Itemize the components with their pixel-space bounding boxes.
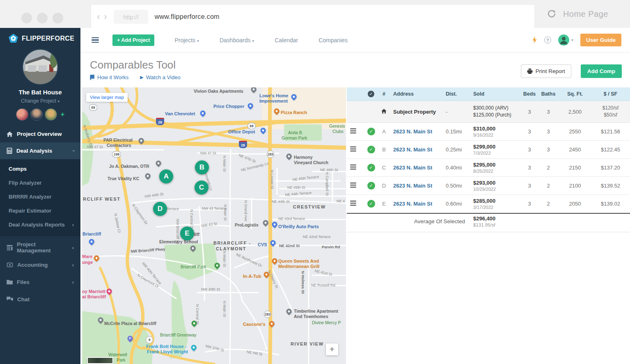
- comp-letter: C: [379, 165, 389, 171]
- refresh-icon[interactable]: [546, 9, 557, 19]
- comp-marker-e[interactable]: E: [180, 227, 194, 240]
- comp-address-link[interactable]: 2623 N. Main St: [389, 147, 443, 153]
- view-larger-map-button[interactable]: View larger map: [86, 93, 128, 102]
- sidebar-item-brrrr-analyzer[interactable]: BRRRR Analyzer: [0, 190, 80, 204]
- chevron-down-icon: ▾: [197, 39, 199, 43]
- printer-icon: [527, 69, 533, 74]
- sidebar-item-deal-analysis[interactable]: Deal Analysis ‹: [0, 142, 80, 159]
- col-sqft: Sq. Ft.: [559, 91, 591, 97]
- selected-check-icon[interactable]: ✓: [367, 128, 375, 135]
- average-row: Average Of Selected $296,400 $131.95/sf: [347, 213, 630, 232]
- map-label: N Main St: [222, 301, 227, 317]
- back-icon[interactable]: ‹: [97, 12, 100, 21]
- user-avatar[interactable]: ▾: [558, 34, 573, 46]
- team-avatar[interactable]: [45, 108, 57, 121]
- add-comp-button[interactable]: Add Comp: [581, 64, 622, 78]
- map-label: BRIARCLIFF -: [213, 240, 251, 245]
- drag-handle-icon[interactable]: [350, 163, 356, 171]
- comps-rows: ✓ A 2623 N. Main St 0.15mi $310,0009/16/…: [347, 123, 630, 213]
- sidebar-item-repair-estimator[interactable]: Repair Estimator: [0, 204, 80, 217]
- map-label: N Main St: [222, 156, 227, 172]
- window-dot-icon: [37, 13, 48, 23]
- url-bar[interactable]: ‹ › http:// www.flipperforce.com: [91, 5, 534, 29]
- change-project[interactable]: Change Project ▾: [0, 98, 80, 104]
- sidebar-item-project-management[interactable]: Project Management‹: [0, 239, 80, 256]
- comp-address-link[interactable]: 2623 N. Main St: [389, 201, 443, 207]
- topnav-item-companies[interactable]: Companies: [308, 37, 358, 43]
- sidebar-item-comps[interactable]: Comps: [0, 162, 80, 176]
- comp-psf: $139.52: [591, 183, 630, 189]
- chevron-down-icon: ‹: [70, 150, 76, 151]
- selected-check-icon[interactable]: ✓: [367, 164, 375, 172]
- user-guide-button[interactable]: User Guide: [580, 34, 621, 46]
- team-avatar[interactable]: [30, 108, 43, 121]
- drag-handle-icon[interactable]: [350, 145, 356, 153]
- topnav-menu-items: Projects ▾Dashboards ▾CalendarCompanies: [164, 37, 358, 43]
- map-label: Frank Lloyd Wright: [147, 349, 188, 354]
- map-label: NW 40th St: [201, 287, 220, 291]
- print-report-button[interactable]: Print Report: [521, 64, 571, 78]
- comp-marker-d[interactable]: D: [153, 202, 167, 216]
- topnav-item-calendar[interactable]: Calendar: [264, 37, 308, 43]
- subject-sold: $300,000 (ARV)$125,000 (Purch): [470, 105, 521, 119]
- subject-psf: $120/sf$50/sf: [591, 105, 630, 119]
- sidebar-item-project-overview[interactable]: Project Overview: [0, 126, 80, 142]
- add-project-button[interactable]: + Add Project: [112, 34, 154, 46]
- map-label: Improvement: [259, 98, 288, 103]
- team-avatar[interactable]: [16, 108, 28, 121]
- how-it-works-link[interactable]: How it Works: [90, 74, 128, 80]
- comp-marker-b[interactable]: B: [195, 160, 209, 174]
- map-label: unge: [82, 260, 93, 265]
- chevron-left-icon: ‹: [72, 245, 74, 251]
- comp-sold: $310,0009/16/2022: [470, 126, 521, 137]
- comp-address-link[interactable]: 2623 N. Main St: [389, 128, 443, 135]
- map-label: Anita B.: [288, 130, 303, 135]
- comp-marker-a[interactable]: A: [159, 169, 173, 183]
- url-text[interactable]: www.flipperforce.com: [155, 13, 220, 21]
- road-shield-icon: 29: [156, 118, 164, 125]
- project-photo[interactable]: [22, 49, 58, 85]
- add-team-member-button[interactable]: +: [61, 111, 64, 118]
- map-label: Clubs: [332, 129, 344, 134]
- selected-check-icon[interactable]: ✓: [367, 200, 375, 208]
- map-label: Mare: [82, 254, 93, 259]
- brand-logo[interactable]: FLIPPERFORCE: [0, 28, 80, 46]
- comps-map[interactable]: View larger map + Vivion Oaks Apartments…: [82, 87, 346, 364]
- map-zoom-in-button[interactable]: +: [326, 343, 338, 355]
- chevron-left-icon: ‹: [72, 279, 74, 285]
- topnav-item-projects[interactable]: Projects ▾: [164, 37, 209, 43]
- watch-video-link[interactable]: ▶ Watch a Video: [140, 74, 180, 80]
- map-label: Jo A. Oakman, OTR: [109, 164, 149, 169]
- browser-chrome: ‹ › http:// www.flipperforce.com Home Pa…: [0, 0, 630, 28]
- sidebar-item-files[interactable]: Files‹: [0, 273, 80, 291]
- comp-row-e: ✓ E 2623 N. Main St 0.60mi $285,0003/17/…: [347, 195, 630, 213]
- topnav-item-dashboards[interactable]: Dashboards ▾: [209, 37, 264, 43]
- forward-icon[interactable]: ›: [104, 12, 107, 21]
- satellite-toggle-thumbnail[interactable]: [87, 357, 113, 364]
- sidebar-item-chat[interactable]: Chat: [0, 291, 80, 308]
- comp-address-link[interactable]: 2623 N. Main St: [389, 183, 443, 189]
- comp-baths: 2: [538, 183, 559, 189]
- selected-check-icon[interactable]: ✓: [367, 182, 375, 190]
- hamburger-menu-icon[interactable]: [92, 36, 99, 44]
- home-page-link[interactable]: Home Page: [563, 9, 608, 19]
- comp-psf: $122.45: [591, 147, 630, 153]
- sidebar-item-deal-analysis-reports[interactable]: Deal Analysis Reports‹: [0, 217, 80, 231]
- comp-marker-c[interactable]: C: [195, 181, 208, 195]
- map-label: N Locust St: [270, 170, 274, 189]
- sidebar-item-flip-analyzer[interactable]: Flip Analyzer: [0, 176, 80, 190]
- drag-handle-icon[interactable]: [350, 127, 356, 135]
- map-label: Price Chopper: [213, 104, 244, 109]
- selected-check-icon[interactable]: ✓: [367, 146, 375, 153]
- sidebar-item-accounting[interactable]: Accounting‹: [0, 256, 80, 273]
- comp-address-link[interactable]: 2623 N. Main St: [389, 165, 443, 171]
- map-label: CVS: [258, 242, 267, 247]
- map-label: McCrite Plaza at Briarcliff: [104, 321, 156, 326]
- help-icon[interactable]: ?: [544, 37, 551, 43]
- drag-handle-icon[interactable]: [350, 199, 356, 207]
- drag-handle-icon[interactable]: [350, 181, 356, 189]
- comp-beds: 3: [521, 165, 538, 171]
- comp-sqft: 2100: [559, 183, 591, 189]
- lightning-icon[interactable]: [532, 37, 537, 43]
- calculator-icon: [7, 148, 12, 154]
